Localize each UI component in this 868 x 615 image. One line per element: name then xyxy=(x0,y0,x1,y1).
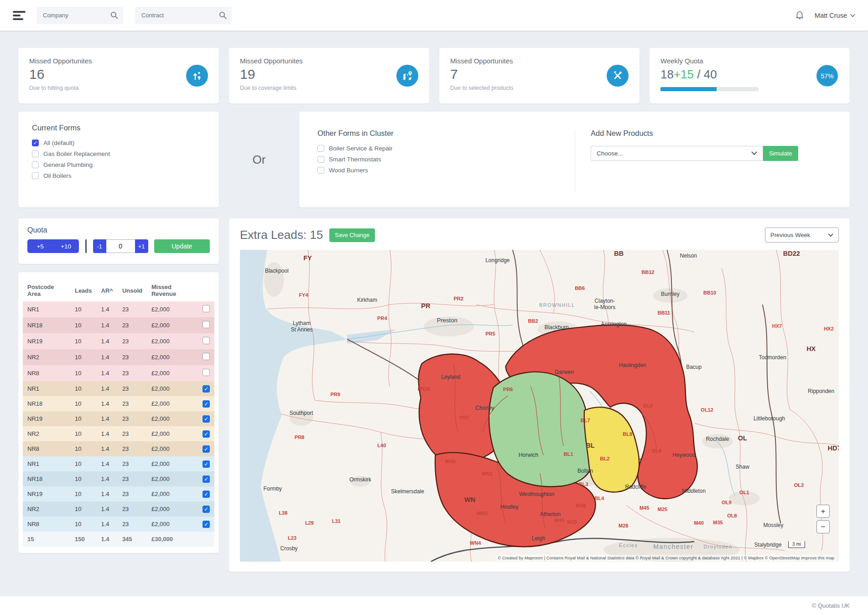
table-cell: 23 xyxy=(118,471,147,486)
checkbox-label: All (default) xyxy=(43,140,74,146)
checkbox[interactable] xyxy=(317,156,324,163)
search-icon[interactable] xyxy=(110,11,119,21)
table-cell: 1.4 xyxy=(97,301,118,317)
plus-10-button[interactable]: +10 xyxy=(53,239,78,253)
table-row: NR18101.423£2,000✓ xyxy=(23,396,214,411)
quota-card: Quota +5 +10 -1 +1 Update xyxy=(18,218,219,264)
zoom-in-button[interactable]: + xyxy=(816,505,830,518)
quota-achieved: 18 xyxy=(660,67,674,81)
checkbox[interactable] xyxy=(317,145,324,152)
row-checkbox[interactable] xyxy=(203,305,210,312)
table-cell: NR2 xyxy=(23,349,70,365)
table-cell: £2,000 xyxy=(147,411,198,426)
page-footer: © Quotatis UK xyxy=(0,596,868,615)
minus-1-button[interactable]: -1 xyxy=(93,239,106,253)
products-select[interactable]: Choose... xyxy=(591,146,763,161)
checkbox[interactable] xyxy=(32,172,39,179)
row-checkbox[interactable]: ✓ xyxy=(203,445,210,453)
table-cell: 1.4 xyxy=(97,365,118,381)
table-cell: £2,000 xyxy=(147,381,198,396)
missed-opportunities-products-card: Missed Opportunites 7 Due to selected pr… xyxy=(439,48,639,103)
hamburger-menu-icon[interactable] xyxy=(13,11,26,20)
save-change-button[interactable]: Save Change xyxy=(329,228,375,242)
contract-search-input[interactable] xyxy=(135,7,232,24)
row-checkbox[interactable]: ✓ xyxy=(203,475,210,483)
quota-percent-badge: 57% xyxy=(816,65,838,87)
card-title: Missed Opportunites xyxy=(29,57,208,65)
quota-target: / 40 xyxy=(694,67,717,81)
row-checkbox[interactable] xyxy=(203,369,210,376)
row-checkbox[interactable]: ✓ xyxy=(203,460,210,468)
row-checkbox[interactable]: ✓ xyxy=(203,385,210,393)
row-checkbox[interactable] xyxy=(203,321,210,328)
cluster-map[interactable]: BlackpoolLongridgeNelsonBurnleyKirkhamCl… xyxy=(240,250,839,562)
table-cell: 10 xyxy=(70,517,97,532)
update-button[interactable]: Update xyxy=(154,239,210,253)
cluster-forms-card: Other Forms in Cluster Boiler Service & … xyxy=(299,112,850,207)
column-header[interactable]: Leads xyxy=(70,279,97,301)
card-title: Missed Opportunites xyxy=(450,57,629,65)
chevron-down-icon xyxy=(751,151,757,155)
quota-title: Quota xyxy=(27,226,210,234)
plus-1-button[interactable]: +1 xyxy=(135,239,148,253)
search-icon[interactable] xyxy=(218,11,227,21)
add-products-section: Add New Products Choose... Simulate xyxy=(575,129,832,194)
totals-row: 151501.4345£30,000 xyxy=(23,532,214,547)
table-cell: 1.4 xyxy=(97,501,118,517)
table-cell: 23 xyxy=(118,441,147,456)
checkbox[interactable] xyxy=(32,161,39,168)
table-cell: 10 xyxy=(70,441,97,456)
row-checkbox[interactable] xyxy=(203,353,210,360)
table-row: NR2101.423£2,000✓ xyxy=(23,501,214,517)
table-row: NR8101.423£2,000 xyxy=(23,365,214,381)
row-checkbox[interactable]: ✓ xyxy=(203,506,210,513)
plus-5-button[interactable]: +5 xyxy=(27,239,53,253)
row-checkbox[interactable]: ✓ xyxy=(203,400,210,408)
table-cell: 23 xyxy=(118,333,147,349)
row-checkbox[interactable]: ✓ xyxy=(203,430,210,438)
checkbox[interactable] xyxy=(32,150,39,157)
checkbox[interactable]: ✓ xyxy=(32,140,39,146)
checkbox-label: Smart Thermostats xyxy=(329,156,381,163)
week-select[interactable]: Previous Week xyxy=(765,227,839,243)
simulate-button[interactable]: Simulate xyxy=(763,146,798,161)
table-row: NR19101.423£2,000✓ xyxy=(23,486,214,501)
table-header-row: Postcode AreaLeadsAR^UnsoldMissed Revenu… xyxy=(23,279,214,301)
column-header[interactable]: Unsold xyxy=(118,279,147,301)
table-cell: £2,000 xyxy=(147,471,198,486)
card-subtitle: Due to coverage limits xyxy=(240,85,418,91)
extra-leads-panel: Extra Leads: 15 Save Change Previous Wee… xyxy=(229,218,850,572)
table-cell: 1.4 xyxy=(97,411,118,426)
zoom-out-button[interactable]: − xyxy=(816,520,830,533)
column-header[interactable]: Missed Revenue xyxy=(147,279,198,301)
table-cell: 10 xyxy=(70,471,97,486)
table-row: NR18101.423£2,000✓ xyxy=(23,471,214,486)
table-cell: 23 xyxy=(118,396,147,411)
checkbox-option: General Plumbing xyxy=(32,161,205,168)
table-cell: NR1 xyxy=(23,301,70,317)
table-cell: NR1 xyxy=(23,456,70,471)
quota-value-input[interactable] xyxy=(106,239,135,253)
table-cell: 10 xyxy=(70,396,97,411)
table-cell: 23 xyxy=(118,381,147,396)
table-cell: £2,000 xyxy=(147,486,198,501)
table-cell: 23 xyxy=(118,301,147,317)
row-checkbox[interactable]: ✓ xyxy=(203,521,210,528)
checkbox-option: Gas Boiler Replacement xyxy=(32,150,205,157)
products-select-value: Choose... xyxy=(597,150,623,157)
notifications-bell-icon[interactable] xyxy=(795,10,805,21)
add-products-title: Add New Products xyxy=(591,129,832,138)
table-cell: 10 xyxy=(70,301,97,317)
or-label: Or xyxy=(219,112,299,207)
column-header[interactable]: Postcode Area xyxy=(23,279,70,301)
row-checkbox[interactable] xyxy=(203,337,210,344)
column-header[interactable]: AR^ xyxy=(97,279,118,301)
row-checkbox[interactable]: ✓ xyxy=(203,491,210,498)
user-menu[interactable]: Matt Cruse xyxy=(815,12,855,19)
row-checkbox[interactable]: ✓ xyxy=(203,415,210,423)
table-cell: 1.4 xyxy=(97,381,118,396)
checkbox[interactable] xyxy=(317,167,324,174)
cluster-forms-list: Boiler Service & RepairSmart Thermostats… xyxy=(317,145,575,174)
map-marked-icon xyxy=(396,65,418,87)
quota-extra: +15 xyxy=(674,67,694,81)
